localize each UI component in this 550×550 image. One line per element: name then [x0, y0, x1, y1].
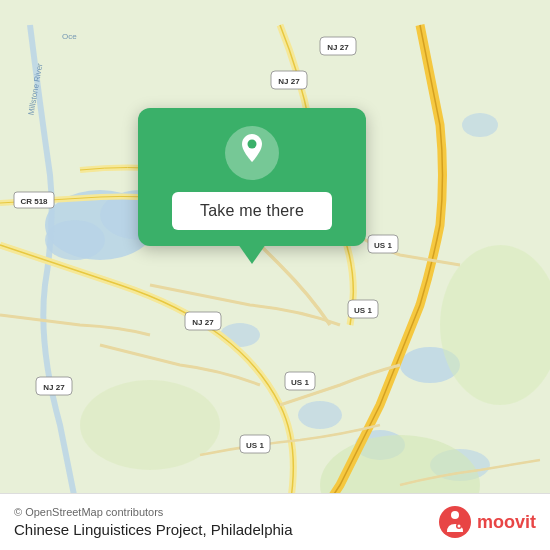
svg-point-39: [457, 525, 460, 528]
svg-text:US 1: US 1: [354, 306, 372, 315]
location-pin-icon: [237, 134, 267, 173]
svg-text:CR 518: CR 518: [20, 197, 48, 206]
svg-point-12: [80, 380, 220, 470]
moovit-logo: moovit: [437, 504, 536, 540]
map-container: NJ 27 NJ 27 CR 5 CR 518 NJ 27 NJ 27 US 1…: [0, 0, 550, 550]
svg-text:US 1: US 1: [374, 241, 392, 250]
svg-point-35: [248, 139, 257, 148]
svg-point-8: [462, 113, 498, 137]
svg-text:NJ 27: NJ 27: [327, 43, 349, 52]
popup-card: Take me there: [138, 108, 366, 246]
osm-attribution: © OpenStreetMap contributors: [14, 506, 293, 518]
svg-text:NJ 27: NJ 27: [278, 77, 300, 86]
svg-text:US 1: US 1: [291, 378, 309, 387]
svg-text:Oce: Oce: [62, 32, 77, 41]
moovit-icon: [437, 504, 473, 540]
svg-text:NJ 27: NJ 27: [192, 318, 214, 327]
location-icon-container: [225, 126, 279, 180]
moovit-brand-text: moovit: [477, 512, 536, 533]
svg-point-7: [298, 401, 342, 429]
svg-text:NJ 27: NJ 27: [43, 383, 65, 392]
place-title: Chinese Linguistices Project, Philadelph…: [14, 521, 293, 538]
bottom-info: © OpenStreetMap contributors Chinese Lin…: [14, 506, 293, 538]
take-me-there-button[interactable]: Take me there: [172, 192, 332, 230]
svg-point-36: [439, 506, 471, 538]
bottom-bar: © OpenStreetMap contributors Chinese Lin…: [0, 493, 550, 550]
svg-point-37: [451, 511, 459, 519]
map-background: NJ 27 NJ 27 CR 5 CR 518 NJ 27 NJ 27 US 1…: [0, 0, 550, 550]
svg-text:US 1: US 1: [246, 441, 264, 450]
